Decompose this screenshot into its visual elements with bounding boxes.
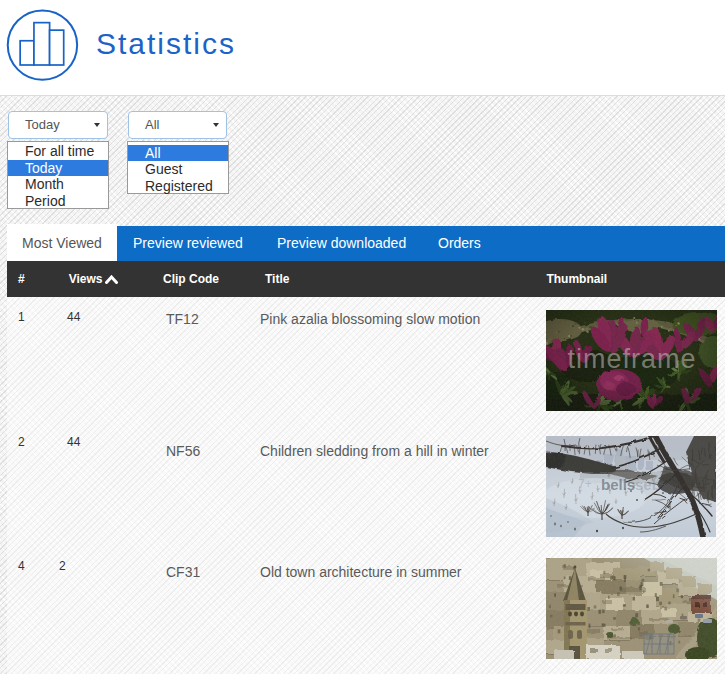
thumbnail-watermark: timeframe bbox=[568, 344, 697, 374]
column-header-clip-code[interactable]: Clip Code bbox=[155, 261, 249, 297]
column-header-title[interactable]: Title bbox=[249, 261, 534, 297]
cell-thumbnail: timeframe bbox=[534, 297, 725, 423]
user-type-select-value: All bbox=[129, 117, 159, 132]
cell-index: 1 bbox=[7, 297, 56, 423]
period-dropdown-list: For all time Today Month Period bbox=[7, 141, 109, 209]
table-row: 4 2 CF31 Old town architecture in summer bbox=[7, 546, 725, 674]
dropdown-arrow-icon bbox=[213, 123, 219, 127]
user-option-guest[interactable]: Guest bbox=[128, 161, 228, 178]
cell-title: Children sledding from a hill in winter bbox=[249, 423, 534, 546]
most-viewed-table: # Views Clip Code Title Thumbnail 1 44 T… bbox=[7, 261, 725, 674]
cell-thumbnail: bells sebu 7+ bbox=[534, 423, 725, 546]
tab-orders[interactable]: Orders bbox=[422, 226, 497, 261]
cell-clip-code: TF12 bbox=[155, 297, 249, 423]
sort-ascending-icon bbox=[105, 275, 118, 284]
cell-clip-code: CF31 bbox=[155, 546, 249, 674]
tab-preview-downloaded[interactable]: Preview downloaded bbox=[261, 226, 422, 261]
thumbnail-watermark-prefix: 7+ bbox=[578, 477, 592, 491]
user-type-select[interactable]: All bbox=[128, 111, 227, 139]
period-option-month[interactable]: Month bbox=[8, 176, 108, 193]
thumbnail-watermark: bells bbox=[601, 476, 635, 493]
table-row: 2 44 NF56 Children sledding from a hill … bbox=[7, 423, 725, 546]
cell-views: 44 bbox=[56, 297, 155, 423]
user-option-all[interactable]: All bbox=[128, 145, 228, 162]
column-header-views[interactable]: Views bbox=[56, 261, 155, 297]
period-select[interactable]: Today bbox=[8, 111, 108, 139]
statistics-logo-icon bbox=[5, 8, 85, 90]
cell-thumbnail bbox=[534, 546, 725, 674]
cell-clip-code: NF56 bbox=[155, 423, 249, 546]
page-header: Statistics bbox=[0, 0, 725, 96]
page-title: Statistics bbox=[96, 27, 236, 61]
cell-index: 4 bbox=[7, 546, 56, 674]
cell-title: Pink azalia blossoming slow motion bbox=[249, 297, 534, 423]
tab-most-viewed[interactable]: Most Viewed bbox=[7, 224, 117, 261]
user-type-dropdown-list: All Guest Registered bbox=[127, 141, 229, 194]
thumbnail-winter-image[interactable]: bells sebu 7+ bbox=[546, 436, 716, 537]
column-header-index: # bbox=[7, 261, 56, 297]
table-header-row: # Views Clip Code Title Thumbnail bbox=[7, 261, 725, 297]
period-option-for-all-time[interactable]: For all time bbox=[8, 143, 108, 160]
table-row: 1 44 TF12 Pink azalia blossoming slow mo… bbox=[7, 297, 725, 423]
thumbnail-oldtown-image[interactable] bbox=[546, 558, 717, 659]
cell-title: Old town architecture in summer bbox=[249, 546, 534, 674]
cell-index: 2 bbox=[7, 423, 56, 546]
thumbnail-watermark-tail: sebu bbox=[635, 476, 670, 493]
period-select-value: Today bbox=[9, 117, 60, 132]
dropdown-arrow-icon bbox=[94, 123, 100, 127]
cell-views: 44 bbox=[56, 423, 155, 546]
period-option-period[interactable]: Period bbox=[8, 193, 108, 210]
thumbnail-azalea-image[interactable]: timeframe bbox=[546, 310, 717, 411]
tab-preview-reviewed[interactable]: Preview reviewed bbox=[117, 226, 259, 261]
stats-tabbar: Most Viewed Preview reviewed Preview dow… bbox=[7, 226, 725, 261]
user-option-registered[interactable]: Registered bbox=[128, 178, 228, 195]
period-option-today[interactable]: Today bbox=[8, 160, 108, 177]
column-header-thumbnail: Thumbnail bbox=[534, 261, 725, 297]
cell-views: 2 bbox=[56, 546, 155, 674]
